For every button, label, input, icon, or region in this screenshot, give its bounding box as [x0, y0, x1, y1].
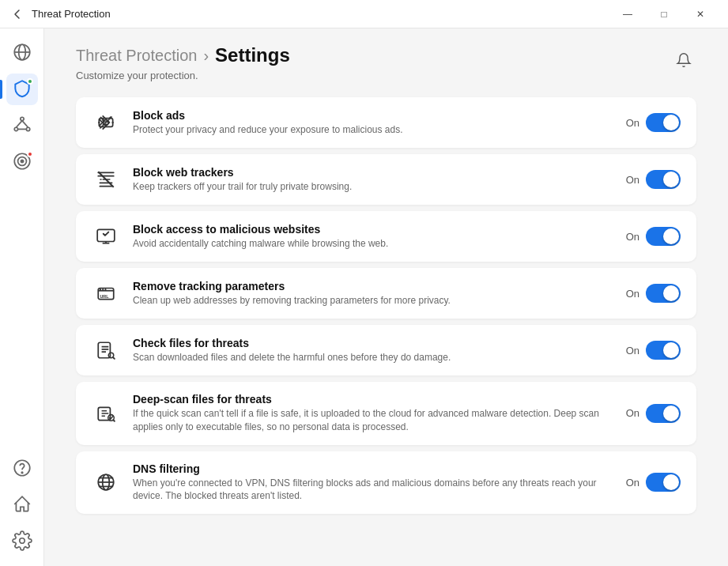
setting-status-dns-filtering: On [626, 477, 639, 489]
setting-desc-check-files: Scan downloaded files and delete the har… [133, 351, 613, 364]
setting-desc-block-ads: Protect your privacy and reduce your exp… [133, 123, 613, 137]
notification-button[interactable] [671, 47, 696, 73]
setting-text-block-malicious: Block access to malicious websites Avoid… [133, 223, 613, 251]
sidebar-item-shield[interactable] [6, 74, 38, 105]
setting-text-dns-filtering: DNS filtering When you're connected to V… [133, 462, 613, 504]
svg-point-14 [19, 538, 25, 543]
sidebar [0, 28, 44, 566]
setting-desc-deep-scan: If the quick scan can't tell if a file i… [133, 407, 613, 434]
header-left: Threat Protection › Settings Customize y… [76, 44, 290, 81]
breadcrumb-current: Settings [215, 44, 290, 66]
setting-desc-block-malicious: Avoid accidentally catching malware whil… [133, 237, 613, 251]
svg-point-4 [14, 127, 17, 130]
globe-icon [12, 42, 32, 65]
setting-title-block-ads: Block ads [133, 109, 613, 122]
setting-control-tracking-params: On [626, 284, 681, 303]
svg-line-34 [113, 420, 115, 421]
minimize-button[interactable]: — [609, 0, 646, 28]
setting-card-block-ads: Block ads Protect your privacy and reduc… [76, 97, 696, 148]
svg-point-27 [102, 289, 104, 290]
setting-title-block-trackers: Block web trackers [133, 166, 613, 179]
settings-list: Block ads Protect your privacy and reduc… [44, 91, 728, 530]
svg-point-13 [21, 472, 23, 474]
svg-line-6 [16, 120, 22, 127]
setting-control-block-ads: On [626, 113, 681, 132]
toggle-dns-filtering[interactable] [646, 473, 681, 492]
svg-point-3 [20, 117, 23, 120]
svg-point-11 [21, 160, 23, 162]
setting-title-block-malicious: Block access to malicious websites [133, 223, 613, 236]
active-indicator [0, 80, 2, 99]
sidebar-item-target[interactable] [6, 146, 38, 178]
setting-text-check-files: Check files for threats Scan downloaded … [133, 337, 613, 364]
sidebar-item-settings[interactable] [6, 526, 38, 557]
setting-title-deep-scan: Deep-scan files for threats [133, 393, 613, 406]
breadcrumb-separator: › [203, 47, 209, 65]
svg-line-7 [22, 120, 28, 127]
setting-card-deep-scan: Deep-scan files for threats If the quick… [76, 382, 696, 445]
svg-point-28 [104, 289, 106, 290]
toggle-block-ads[interactable] [646, 113, 681, 132]
deepscan-icon [92, 399, 120, 428]
setting-status-block-malicious: On [626, 231, 639, 243]
ads-icon [92, 108, 120, 137]
setting-control-dns-filtering: On [626, 473, 681, 492]
setting-text-tracking-params: Remove tracking parameters Clean up web … [133, 280, 613, 308]
svg-text:URL: URL [100, 294, 109, 299]
setting-control-deep-scan: On [626, 404, 681, 423]
green-dot [27, 78, 33, 85]
sidebar-item-home[interactable] [6, 489, 38, 521]
toggle-deep-scan[interactable] [646, 404, 681, 423]
toggle-tracking-params[interactable] [646, 284, 681, 303]
help-icon [12, 458, 32, 481]
setting-desc-block-trackers: Keep trackers off your trail for truly p… [133, 180, 613, 194]
setting-control-block-trackers: On [626, 170, 681, 189]
setting-card-block-malicious: Block access to malicious websites Avoid… [76, 211, 696, 262]
close-button[interactable]: ✕ [682, 0, 719, 28]
sidebar-item-help[interactable] [6, 453, 38, 485]
red-dot [27, 151, 33, 157]
breadcrumb: Threat Protection › Settings [76, 44, 290, 66]
setting-title-tracking-params: Remove tracking parameters [133, 280, 613, 292]
setting-status-deep-scan: On [626, 407, 639, 419]
svg-point-26 [100, 289, 101, 290]
setting-control-check-files: On [626, 341, 681, 360]
setting-desc-dns-filtering: When you're connected to VPN, DNS filter… [133, 477, 613, 504]
setting-desc-tracking-params: Clean up web addresses by removing track… [133, 294, 613, 308]
filescan-icon [92, 336, 120, 364]
toggle-block-trackers[interactable] [646, 170, 681, 189]
page-header: Threat Protection › Settings Customize y… [44, 28, 728, 91]
back-button[interactable] [9, 6, 25, 22]
svg-line-31 [113, 357, 115, 359]
setting-title-check-files: Check files for threats [133, 337, 613, 349]
sidebar-item-globe[interactable] [6, 37, 38, 69]
setting-card-block-trackers: Block web trackers Keep trackers off you… [76, 154, 696, 205]
svg-point-17 [102, 119, 104, 121]
title-bar: Threat Protection — □ ✕ [0, 0, 728, 28]
setting-status-block-ads: On [626, 117, 639, 129]
setting-card-dns-filtering: DNS filtering When you're connected to V… [76, 451, 696, 515]
url-icon: URL [92, 279, 120, 308]
setting-status-block-trackers: On [626, 174, 639, 186]
setting-text-block-ads: Block ads Protect your privacy and reduc… [133, 109, 613, 137]
setting-text-deep-scan: Deep-scan files for threats If the quick… [133, 393, 613, 434]
setting-status-tracking-params: On [626, 288, 639, 300]
toggle-block-malicious[interactable] [646, 227, 681, 246]
setting-text-block-trackers: Block web trackers Keep trackers off you… [133, 166, 613, 194]
sidebar-item-mesh[interactable] [6, 110, 38, 142]
mesh-icon [12, 115, 32, 138]
app-container: Threat Protection › Settings Customize y… [0, 28, 728, 566]
window-title: Threat Protection [32, 8, 609, 20]
setting-title-dns-filtering: DNS filtering [133, 462, 613, 475]
setting-card-check-files: Check files for threats Scan downloaded … [76, 325, 696, 375]
breadcrumb-link[interactable]: Threat Protection [76, 47, 197, 65]
gear-icon [12, 530, 32, 553]
home-icon [12, 494, 32, 517]
dns-icon [92, 468, 120, 496]
window-controls: — □ ✕ [609, 0, 719, 28]
page-subtitle: Customize your protection. [76, 70, 290, 81]
maximize-button[interactable]: □ [646, 0, 682, 28]
toggle-check-files[interactable] [646, 341, 681, 360]
tracker-icon [92, 165, 120, 194]
monitor-icon [92, 222, 120, 251]
